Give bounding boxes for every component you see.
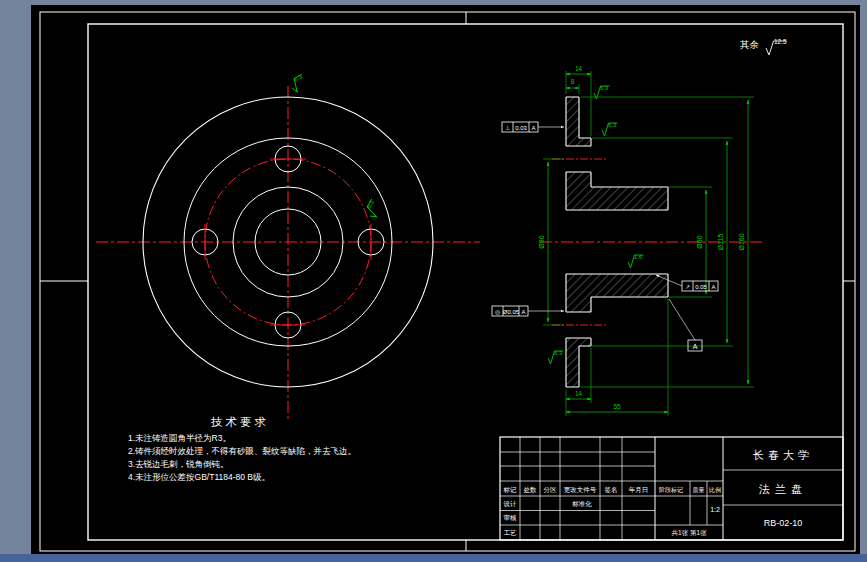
finish-value: 6.3 [554, 350, 563, 356]
tb-part-name: 法兰盘 [758, 483, 807, 495]
gdt-tolerance: 0.03 [515, 125, 527, 131]
gdt-symbol: ↗ [685, 284, 690, 290]
gdt-datum: A [531, 125, 535, 131]
dim-flange-thickness: 14 [575, 65, 583, 72]
tech-req-line: 2.铸件须经时效处理，不得有砂眼、裂纹等缺陷，并去飞边。 [128, 446, 356, 456]
tb-rev-zone: 分区 [544, 486, 558, 493]
gdt-symbol: ⊥ [505, 125, 510, 131]
finish-value: 6.3 [608, 122, 617, 128]
tb-sheet-info: 共1张 第1张 [671, 529, 707, 537]
cad-window: 6.3 6.3 Ø160 [0, 0, 867, 562]
tb-university: 长春大学 [752, 449, 813, 461]
tb-process-label: 工艺 [504, 529, 518, 536]
tb-rev-count: 处数 [524, 486, 538, 494]
tb-check-label: 审核 [504, 514, 518, 521]
tb-weight-label: 质量 [693, 487, 705, 493]
dim-rim-thickness: 8 [571, 78, 575, 85]
tb-rev-docno: 更改文件号 [564, 486, 597, 494]
window-bottom-edge [0, 554, 867, 562]
finish-value: 6.3 [600, 85, 609, 91]
tb-rev-mark: 标记 [503, 486, 518, 494]
drawing-canvas: 6.3 6.3 Ø160 [0, 0, 867, 562]
datum-letter: A [693, 343, 698, 350]
dim-outer-dia: Ø160 [738, 233, 745, 250]
finish-value: 1.6 [634, 254, 643, 260]
tb-scale-label: 比例 [709, 487, 721, 494]
tb-rev-sign: 签名 [605, 486, 618, 494]
tech-req-line: 1.未注铸造圆角半径为R3。 [128, 433, 231, 443]
tech-req-title: 技术要求 [210, 416, 269, 428]
gdt-datum: A [521, 309, 525, 315]
tb-scale-value: 1:2 [710, 506, 720, 513]
gdt-tolerance: 0.05 [695, 284, 707, 290]
tech-req-line: 3.去锐边毛刺，锐角倒钝。 [128, 459, 229, 469]
tb-rev-date: 年月日 [629, 486, 649, 494]
dim-boss-dia: Ø115 [717, 234, 724, 251]
dim-bolt-circle: Ø90 [538, 235, 545, 248]
dim-total-length: 55 [613, 403, 621, 410]
dim-bottom-thickness: 14 [575, 390, 583, 397]
tb-design-label: 设计 [504, 500, 518, 507]
dim-hub-dia: Ø60 [696, 235, 703, 248]
tb-drawing-number: RB-02-10 [764, 518, 803, 528]
gdt-datum: A [711, 284, 715, 290]
tech-req-line: 4.未注形位公差按GB/T1184-80 B级。 [128, 472, 270, 482]
note-roughness-value: 12.5 [774, 38, 787, 45]
note-label: 其余 [740, 39, 760, 50]
tb-standardization-label: 标准化 [571, 500, 592, 508]
gdt-tolerance: Ø0.05 [503, 309, 520, 315]
gdt-symbol: ◎ [495, 309, 500, 315]
tb-stage-label: 阶段标记 [659, 486, 683, 494]
